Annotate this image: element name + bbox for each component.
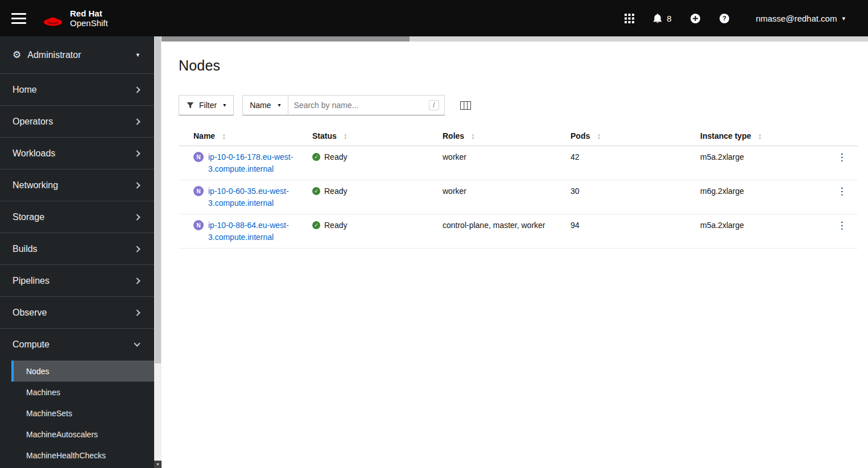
columns-icon	[460, 101, 471, 110]
sidebar-item-home[interactable]: Home	[0, 74, 154, 106]
sidebar-nav-list: Home Operators Workloads Networking Stor…	[0, 74, 154, 361]
status-text: Ready	[324, 151, 347, 163]
column-header-status: Status	[312, 131, 337, 140]
node-link[interactable]: ip-10-0-60-35.eu-west-3.compute.internal	[208, 185, 294, 209]
chevron-down-icon	[134, 340, 140, 346]
brand-logo: Red Hat OpenShift	[41, 9, 108, 28]
node-link[interactable]: ip-10-0-88-64.eu-west-3.compute.internal	[208, 219, 294, 243]
column-header-pods: Pods	[571, 131, 590, 140]
apps-grid-icon	[625, 14, 634, 23]
status-text: Ready	[324, 185, 347, 197]
table-row: N ip-10-0-16-178.eu-west-3.compute.inter…	[179, 146, 858, 180]
horizontal-scrollbar-thumb[interactable]	[162, 36, 410, 42]
sidebar-nav: ⚙ Administrator ▾ Home Operators Workloa…	[0, 36, 154, 468]
sidebar-item-observe[interactable]: Observe	[0, 297, 154, 329]
chevron-right-icon	[134, 278, 140, 284]
sort-icon[interactable]: ↕	[344, 131, 348, 140]
instance-type-cell: m5a.2xlarge	[691, 214, 830, 249]
sidebar-item-machinehealthchecks[interactable]: MachineHealthChecks	[11, 445, 154, 466]
sort-icon[interactable]: ↕	[222, 131, 226, 140]
main-content: Nodes Filter ▾ Name ▾ /	[162, 36, 868, 468]
masthead-toolbar: 8 ? nmasse@redhat.com ▾	[625, 13, 845, 24]
pods-cell: 42	[561, 146, 691, 180]
sidebar-item-operators[interactable]: Operators	[0, 106, 154, 138]
sidebar-item-machines[interactable]: Machines	[11, 382, 154, 403]
sidebar-item-compute[interactable]: Compute	[0, 329, 154, 361]
instance-type-cell: m5a.2xlarge	[691, 146, 830, 180]
scrollbar-thumb[interactable]	[155, 36, 161, 363]
sidebar-scrollbar[interactable]: ▼	[154, 36, 162, 468]
instance-type-cell: m6g.2xlarge	[691, 180, 830, 214]
plus-circle-icon	[690, 13, 701, 24]
manage-columns-button[interactable]	[460, 101, 471, 110]
kebab-menu-button[interactable]: ⋮	[834, 151, 850, 163]
sidebar-item-storage[interactable]: Storage	[0, 201, 154, 233]
caret-down-icon: ▾	[842, 15, 845, 22]
roles-cell: worker	[433, 146, 561, 180]
sidebar-item-pipelines[interactable]: Pipelines	[0, 265, 154, 297]
chevron-right-icon	[134, 246, 140, 252]
caret-down-icon: ▾	[278, 102, 281, 108]
chevron-right-icon	[134, 150, 140, 156]
user-name: nmasse@redhat.com	[756, 14, 837, 23]
brand-line1: Red Hat	[70, 9, 108, 18]
filter-dropdown[interactable]: Filter ▾	[179, 95, 234, 115]
caret-down-icon: ▾	[136, 52, 139, 58]
column-header-actions	[830, 126, 858, 146]
hamburger-icon	[11, 13, 26, 15]
masthead: Red Hat OpenShift 8	[0, 0, 868, 36]
perspective-switcher[interactable]: ⚙ Administrator ▾	[0, 36, 154, 74]
kebab-menu-button[interactable]: ⋮	[834, 185, 850, 197]
table-row: N ip-10-0-60-35.eu-west-3.compute.intern…	[179, 180, 858, 214]
perspective-label: Administrator	[27, 50, 81, 60]
status-ready-icon: ✓	[312, 221, 320, 229]
help-button[interactable]: ?	[719, 13, 730, 24]
sidebar-item-nodes[interactable]: Nodes	[11, 361, 154, 382]
roles-cell: control-plane, master, worker	[433, 214, 561, 249]
app-shell: ⚙ Administrator ▾ Home Operators Workloa…	[0, 36, 868, 468]
chevron-right-icon	[134, 214, 140, 220]
chevron-right-icon	[134, 118, 140, 125]
notifications-button[interactable]: 8	[652, 13, 671, 23]
node-resource-badge: N	[193, 220, 204, 230]
quick-create-button[interactable]	[690, 13, 701, 24]
column-header-roles: Roles	[443, 131, 464, 140]
status-ready-icon: ✓	[312, 187, 320, 195]
status-text: Ready	[324, 219, 347, 231]
sidebar-item-builds[interactable]: Builds	[0, 233, 154, 265]
node-link[interactable]: ip-10-0-16-178.eu-west-3.compute.interna…	[208, 151, 294, 175]
chevron-right-icon	[134, 309, 140, 316]
gear-icon: ⚙	[13, 49, 21, 61]
redhat-logo-icon	[41, 10, 65, 27]
status-ready-icon: ✓	[312, 153, 320, 161]
bell-icon	[652, 13, 663, 23]
kebab-menu-button[interactable]: ⋮	[834, 219, 850, 231]
pods-cell: 30	[561, 180, 691, 214]
sidebar-item-machineautoscalers[interactable]: MachineAutoscalers	[11, 424, 154, 445]
sort-icon[interactable]: ↕	[758, 131, 762, 140]
chevron-right-icon	[134, 86, 140, 93]
node-resource-badge: N	[193, 152, 204, 162]
notification-count: 8	[667, 14, 671, 23]
sidebar-item-networking[interactable]: Networking	[0, 169, 154, 201]
user-menu[interactable]: nmasse@redhat.com ▾	[756, 14, 845, 23]
sort-icon[interactable]: ↕	[471, 131, 475, 140]
scroll-down-button[interactable]: ▼	[154, 461, 162, 468]
chevron-right-icon	[134, 182, 140, 188]
search-input[interactable]	[294, 101, 429, 110]
svg-text:?: ?	[722, 15, 726, 22]
keyboard-shortcut-hint: /	[429, 100, 439, 110]
table-row: N ip-10-0-88-64.eu-west-3.compute.intern…	[179, 214, 858, 249]
horizontal-scrollbar[interactable]	[162, 36, 868, 42]
node-resource-badge: N	[193, 186, 204, 196]
nav-toggle-button[interactable]	[11, 11, 26, 26]
page-title: Nodes	[179, 57, 856, 74]
column-header-name: Name	[193, 131, 215, 140]
sidebar-item-workloads[interactable]: Workloads	[0, 138, 154, 169]
sort-icon[interactable]: ↕	[597, 131, 601, 140]
column-header-instance-type: Instance type	[700, 131, 751, 140]
search-attribute-dropdown[interactable]: Name ▾	[242, 95, 288, 115]
search-box: /	[288, 95, 445, 115]
app-launcher-button[interactable]	[625, 14, 634, 23]
sidebar-item-machinesets[interactable]: MachineSets	[11, 403, 154, 424]
